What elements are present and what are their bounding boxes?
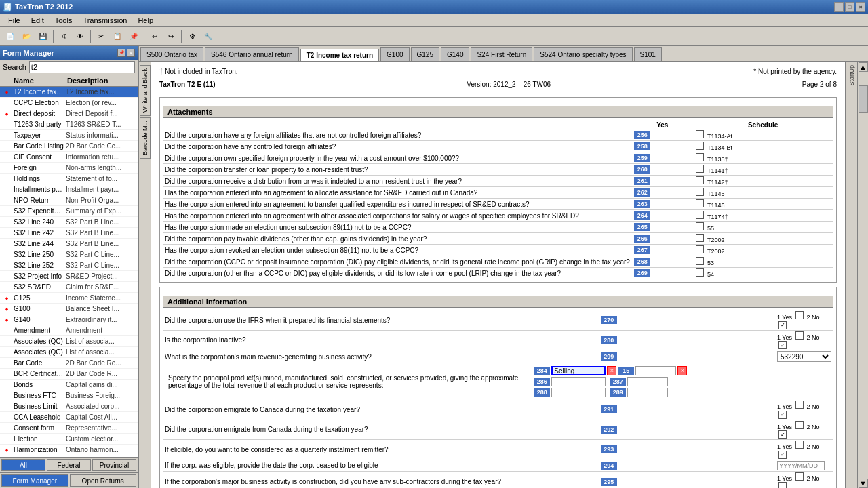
open-returns-tab[interactable]: Open Returns [70, 474, 137, 487]
list-item[interactable]: S32 SR&ED Claim for SR&E... [0, 282, 138, 293]
attachment-checkbox[interactable] [696, 245, 704, 253]
list-item[interactable]: Consent form Representative... [0, 423, 138, 434]
list-item[interactable]: S32 Line 250 S32 Part C Line... [0, 249, 138, 260]
attachment-checkbox[interactable] [696, 211, 704, 219]
redo-button[interactable]: ↪ [163, 29, 178, 44]
check-291-yes[interactable] [795, 401, 804, 409]
list-item[interactable]: S32 Line 244 S32 Part B Line... [0, 239, 138, 249]
list-item[interactable]: CCPC Election Election (or rev... [0, 98, 138, 108]
menu-help[interactable]: Help [132, 15, 159, 26]
checkbox-280-no[interactable]: ✓ [778, 341, 787, 349]
list-item[interactable]: Foreign Non-arms length... [0, 163, 138, 174]
attachment-checkbox[interactable] [696, 130, 704, 138]
check-293-yes[interactable] [795, 441, 804, 449]
scroll-thumb[interactable] [859, 85, 868, 113]
attachment-checkbox[interactable] [696, 257, 704, 265]
list-item[interactable]: ♦ T2 Income tax return T2 Income tax... [0, 87, 138, 98]
list-item[interactable]: Bonds Capital gains di... [0, 380, 138, 390]
list-item[interactable]: Installments paid Installment payr... [0, 184, 138, 195]
list-item[interactable]: Associates (QC) List of associa... [0, 336, 138, 347]
menu-transmission[interactable]: Transmission [77, 15, 132, 26]
attachment-checkbox[interactable] [696, 199, 704, 207]
search-input[interactable] [29, 61, 135, 73]
print-button[interactable]: 🖨 [56, 29, 71, 44]
check-295-no[interactable] [778, 482, 787, 489]
menu-tools[interactable]: Tools [50, 15, 78, 26]
vertical-scrollbar[interactable]: ▲ ▼ [857, 62, 868, 488]
tool-extra[interactable]: 🔧 [201, 29, 216, 44]
list-item[interactable]: CIF Consent Information retu... [0, 152, 138, 163]
tab-g100[interactable]: G100 [380, 47, 409, 61]
tab-g140[interactable]: G140 [441, 47, 469, 61]
checkbox-280-yes[interactable] [795, 331, 804, 340]
menu-file[interactable]: File [3, 15, 26, 26]
delete-284-button[interactable]: × [607, 366, 616, 375]
list-item[interactable]: Business FTC Business Foreig... [0, 390, 138, 401]
list-item[interactable]: Election Custom electior... [0, 434, 138, 445]
list-item[interactable]: Business Limit Associated corp... [0, 401, 138, 412]
tab-s524-ontario-specialty-types[interactable]: S524 Ontario specialty types [534, 47, 632, 61]
cut-button[interactable]: ✂ [94, 29, 108, 44]
scroll-down-button[interactable]: ▼ [859, 479, 868, 488]
filter-provincial[interactable]: Provincial [92, 459, 136, 471]
tab-s24-first-return[interactable]: S24 First Return [471, 47, 532, 61]
save-button[interactable]: 💾 [35, 29, 50, 44]
panel-header-buttons[interactable]: 📌 × [117, 49, 135, 57]
pct-284-input[interactable] [635, 366, 676, 375]
product-286-input[interactable] [551, 377, 606, 386]
list-item[interactable]: ♦ Direct deposit Direct Deposit f... [0, 108, 138, 119]
check-291-no[interactable]: ✓ [778, 411, 787, 419]
list-item[interactable]: CCA Leasehold Capital Cost All... [0, 412, 138, 423]
undo-button[interactable]: ↩ [147, 29, 162, 44]
menu-edit[interactable]: Edit [26, 15, 50, 26]
pct-288-input[interactable] [627, 388, 668, 397]
side-tab-barcode[interactable]: Barcode M... [140, 117, 151, 159]
panel-pin-button[interactable]: 📌 [117, 49, 125, 57]
checkbox-270-no[interactable]: ✓ [778, 321, 787, 329]
form-manager-tab[interactable]: Form Manager [1, 474, 68, 487]
list-item[interactable]: ♦ G100 Balance Sheet I... [0, 304, 138, 314]
list-item[interactable]: Holdings Statement of fo... [0, 174, 138, 184]
list-item[interactable]: S32 Line 242 S32 Part B Line... [0, 228, 138, 239]
settings-button[interactable]: ⚙ [184, 29, 199, 44]
check-295-yes[interactable] [795, 472, 804, 481]
new-button[interactable]: 📄 [3, 29, 18, 44]
list-item[interactable]: Amendment Amendment [0, 325, 138, 336]
tab-g125[interactable]: G125 [411, 47, 439, 61]
list-item[interactable]: Associates (QC) List of associa... [0, 347, 138, 358]
list-item[interactable]: T1263 3rd party T1263 SR&ED T... [0, 119, 138, 130]
list-item[interactable]: ♦ G140 Extraordinary it... [0, 314, 138, 325]
list-item[interactable]: S32 Expenditures Summary of Exp... [0, 206, 138, 217]
attachment-checkbox[interactable] [696, 222, 704, 230]
list-item[interactable]: S32 Project Info SR&ED Project... [0, 271, 138, 282]
copy-button[interactable]: 📋 [110, 29, 125, 44]
tab-s546-ontario-annual-return[interactable]: S546 Ontario annual return [205, 47, 299, 61]
filter-all[interactable]: All [1, 459, 45, 471]
product-284-input[interactable] [551, 366, 606, 375]
list-area[interactable]: ♦ T2 Income tax return T2 Income tax... … [0, 87, 138, 457]
list-item[interactable]: Bar Code Listing 2D Bar Code Cc... [0, 141, 138, 152]
panel-close-button[interactable]: × [127, 49, 135, 57]
revenue-select[interactable]: 532290 [777, 351, 831, 362]
filter-federal[interactable]: Federal [47, 459, 91, 471]
attachment-checkbox[interactable] [696, 165, 704, 173]
tab-s500-ontario-tax[interactable]: S500 Ontario tax [140, 47, 203, 61]
check-292-no[interactable]: ✓ [778, 430, 787, 439]
list-item[interactable]: NPO Return Non-Profit Orga... [0, 195, 138, 206]
delete-pct-284-button[interactable]: × [677, 366, 687, 375]
attachment-checkbox[interactable] [696, 188, 704, 196]
pct-286-input[interactable] [627, 377, 668, 386]
attachment-checkbox[interactable] [696, 234, 704, 242]
paste-button[interactable]: 📌 [126, 29, 141, 44]
tab-t2-income-tax-return[interactable]: T2 Income tax return [300, 49, 379, 62]
tab-s101[interactable]: S101 [634, 47, 662, 61]
attachment-checkbox[interactable] [696, 153, 704, 161]
attachment-checkbox[interactable] [696, 176, 704, 184]
list-item[interactable]: Taxpayer Status informati... [0, 130, 138, 141]
side-tab-white-black[interactable]: White and Black [140, 65, 151, 116]
list-item[interactable]: S32 Line 252 S32 Part C Line... [0, 260, 138, 271]
minimize-button[interactable]: _ [834, 2, 844, 12]
check-293-no[interactable]: ✓ [778, 451, 787, 459]
product-288-input[interactable] [551, 388, 606, 397]
title-bar-buttons[interactable]: _ □ × [834, 2, 865, 12]
